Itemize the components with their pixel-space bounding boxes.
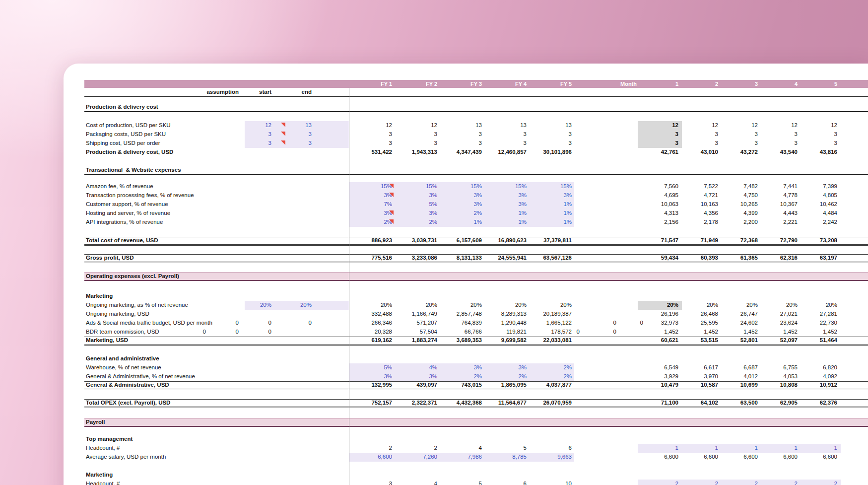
assumption-cell[interactable]: 0 — [242, 319, 271, 328]
fy-cell[interactable]: 3 — [507, 139, 572, 148]
assumption-cell[interactable]: 0 — [209, 328, 239, 337]
sheet-row-gap — [84, 246, 868, 254]
month-cell[interactable]: 1,452 — [773, 328, 837, 337]
row-label-cell[interactable]: Amazon fee, % of revenue — [86, 182, 346, 191]
month-cell[interactable]: 6,600 — [773, 453, 837, 462]
fy-cell[interactable]: 15% — [507, 182, 572, 191]
month-cell[interactable]: 27,281 — [773, 310, 837, 319]
row-label-cell[interactable]: Total OPEX (excl. Payroll), USD — [86, 400, 346, 407]
sheet-row-gap — [84, 227, 868, 237]
end-cell[interactable]: 20% — [247, 301, 312, 310]
fy-cell[interactable]: 20,189,387 — [507, 310, 572, 319]
row-label-cell[interactable]: Average salary, USD per month — [86, 453, 346, 462]
month-cell[interactable]: 73,208 — [773, 237, 837, 244]
fy-cell[interactable]: 1,665,122 — [507, 319, 572, 328]
fy-cell[interactable]: 2% — [507, 372, 572, 381]
month-cell[interactable]: 1 — [773, 444, 837, 453]
extra-cell[interactable]: 0 — [550, 328, 580, 337]
section-label[interactable]: Transactional & Website expenses — [86, 166, 346, 174]
month-cell[interactable]: 2,242 — [773, 218, 837, 227]
fy-cell[interactable]: 6 — [507, 444, 572, 453]
row-label-cell[interactable]: General & Administrative, % of net reven… — [86, 372, 346, 381]
month-cell[interactable]: 62,376 — [773, 400, 837, 407]
end-cell[interactable]: 13 — [247, 121, 312, 130]
fy-header-cell[interactable]: FY 5 — [507, 80, 572, 88]
fy-cell[interactable]: 30,101,896 — [507, 148, 572, 157]
assumption-cell[interactable]: 0 — [209, 319, 239, 328]
fy-cell[interactable]: 20% — [507, 301, 572, 310]
fy-cell[interactable]: 26,070,959 — [507, 400, 572, 407]
row-label-cell[interactable]: Customer support, % of revenue — [86, 200, 346, 209]
month-cell[interactable]: 10,462 — [773, 200, 837, 209]
row-label-cell[interactable]: Headcount, # — [86, 444, 346, 453]
assumption-cell[interactable]: 0 — [282, 319, 312, 328]
month-cell[interactable]: 63,197 — [773, 255, 837, 262]
sheet-row-total: Gross profit, USD775,5163,233,0868,131,1… — [84, 254, 868, 263]
extra-cell[interactable]: 0 — [587, 319, 616, 328]
fy-cell[interactable]: 2% — [507, 363, 572, 372]
row-label-cell[interactable]: General & Administrative, USD — [86, 382, 346, 389]
section-label[interactable]: Top management — [86, 435, 346, 444]
month-cell[interactable]: 20% — [773, 301, 837, 310]
sheet-row-data: Hosting and server, % of revenue3%3%2%1%… — [84, 209, 868, 218]
fy-cell[interactable]: 10 — [507, 480, 572, 485]
month-cell[interactable]: 22,730 — [773, 319, 837, 328]
fy-cell[interactable]: 1% — [507, 209, 572, 218]
row-label-cell[interactable]: Hosting and server, % of revenue — [86, 209, 346, 218]
section-band-label[interactable]: Operating expenses (excl. Payroll) — [86, 273, 346, 280]
row-label-cell[interactable]: Gross profit, USD — [86, 255, 346, 262]
row-label-cell[interactable]: Production & delivery cost, USD — [86, 148, 346, 157]
fy-cell[interactable]: 3 — [507, 130, 572, 139]
fy-cell[interactable]: 13 — [507, 121, 572, 130]
sheet-row-section: Transactional & Website expenses — [84, 166, 868, 175]
row-label-cell[interactable]: Ongoing marketing, USD — [86, 310, 346, 319]
fy-cell[interactable]: 1% — [507, 200, 572, 209]
month-cell[interactable]: 43,816 — [773, 148, 837, 157]
sheet-row-band: FY 1FY 2FY 3FY 4FY 5Month12345 — [84, 80, 868, 88]
fy-cell[interactable]: 63,567,126 — [507, 255, 572, 262]
sheet-row-band2: Operating expenses (excl. Payroll) — [84, 272, 868, 281]
row-label-cell[interactable]: Transaction processing fees, % of revenu… — [86, 191, 346, 200]
row-label-cell[interactable]: API integrations, % of revenue — [86, 218, 346, 227]
fy-cell[interactable]: 22,033,081 — [507, 337, 572, 344]
month-number-header-cell[interactable]: 5 — [773, 80, 837, 88]
end-cell[interactable]: 3 — [247, 139, 312, 148]
sheet-row-section: Production & delivery cost — [84, 103, 868, 112]
fy-cell[interactable]: 9,663 — [507, 453, 572, 462]
fy-cell[interactable]: 4,037,877 — [507, 382, 572, 389]
section-label[interactable]: Marketing — [86, 471, 346, 480]
month-cell[interactable]: 3 — [773, 139, 837, 148]
sheet-row-band2: Payroll — [84, 418, 868, 427]
sheet-row-label: Marketing — [84, 471, 868, 480]
month-cell[interactable]: 51,464 — [773, 337, 837, 344]
row-label-cell[interactable]: Marketing, USD — [86, 337, 346, 344]
section-label[interactable]: Production & delivery cost — [86, 103, 346, 111]
sheet-row-label: Top management — [84, 435, 868, 444]
month-cell[interactable]: 10,912 — [773, 382, 837, 389]
month-cell[interactable]: 2 — [773, 480, 837, 485]
fy-cell[interactable]: 3% — [507, 191, 572, 200]
row-label-cell[interactable]: Warehouse, % of net revenue — [86, 363, 346, 372]
section-label[interactable]: Marketing — [86, 292, 346, 301]
assumption-cell[interactable]: 0 — [242, 328, 271, 337]
row-label-cell[interactable]: Total cost of revenue, USD — [86, 237, 346, 244]
sheet-row-data: Production & delivery cost, USD531,4221,… — [84, 148, 868, 157]
month-cell[interactable]: 4,484 — [773, 209, 837, 218]
fy-cell[interactable]: 37,379,811 — [507, 237, 572, 244]
sheet-row-data: General & Administrative, % of net reven… — [84, 372, 868, 381]
end-header-cell[interactable]: end — [247, 88, 312, 96]
section-label[interactable]: General and administrative — [86, 354, 346, 363]
sheet-row-gap — [84, 112, 868, 121]
assumption-cell[interactable]: 0 — [176, 328, 206, 337]
fy-cell[interactable]: 1% — [507, 218, 572, 227]
month-cell[interactable]: 12 — [773, 121, 837, 130]
month-cell[interactable]: 7,399 — [773, 182, 837, 191]
month-cell[interactable]: 4,092 — [773, 372, 837, 381]
month-cell[interactable]: 6,820 — [773, 363, 837, 372]
month-cell[interactable]: 4,805 — [773, 191, 837, 200]
row-label-cell[interactable]: Headcount, # — [86, 480, 346, 485]
month-cell[interactable]: 3 — [773, 130, 837, 139]
extra-cell[interactable]: 0 — [587, 328, 616, 337]
end-cell[interactable]: 3 — [247, 130, 312, 139]
section-band-label[interactable]: Payroll — [86, 418, 346, 426]
